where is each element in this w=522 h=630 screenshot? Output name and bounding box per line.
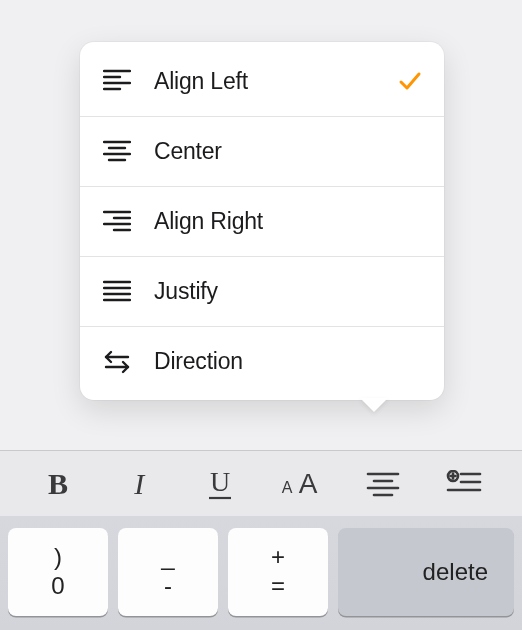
direction-icon: [100, 349, 134, 375]
align-left-icon: [100, 69, 134, 93]
italic-button[interactable]: I: [109, 454, 169, 514]
list-button[interactable]: [434, 454, 494, 514]
key-bottom: 0: [51, 572, 64, 601]
text-size-button[interactable]: A A: [272, 454, 332, 514]
underline-button[interactable]: U: [190, 454, 250, 514]
menu-label: Align Right: [134, 208, 422, 235]
menu-label: Justify: [134, 278, 422, 305]
key-bottom: =: [271, 572, 285, 601]
bold-button[interactable]: B: [28, 454, 88, 514]
key-underscore-minus[interactable]: _ -: [118, 528, 218, 616]
alignment-popover: Align Left Center Align R: [80, 42, 444, 400]
bold-icon: B: [48, 467, 68, 501]
checkmark-icon: [398, 70, 422, 92]
menu-label: Direction: [134, 348, 422, 375]
paragraph-button[interactable]: [353, 454, 413, 514]
key-top: _: [161, 543, 174, 572]
key-plus-equals[interactable]: + =: [228, 528, 328, 616]
paragraph-icon: [366, 470, 400, 498]
svg-text:A: A: [298, 468, 317, 499]
menu-label: Center: [134, 138, 422, 165]
menu-item-align-left[interactable]: Align Left: [80, 46, 444, 116]
menu-item-justify[interactable]: Justify: [80, 256, 444, 326]
delete-label: delete: [423, 558, 488, 586]
menu-item-direction[interactable]: Direction: [80, 326, 444, 396]
menu-item-align-right[interactable]: Align Right: [80, 186, 444, 256]
key-top: +: [271, 543, 285, 572]
format-toolbar: B I U A A: [0, 450, 522, 516]
key-paren-zero[interactable]: ) 0: [8, 528, 108, 616]
align-center-icon: [100, 140, 134, 164]
align-right-icon: [100, 210, 134, 234]
key-bottom: -: [164, 572, 172, 601]
svg-text:A: A: [281, 479, 292, 496]
underline-icon: U: [205, 467, 235, 501]
svg-text:U: U: [210, 467, 230, 497]
menu-item-center[interactable]: Center: [80, 116, 444, 186]
keyboard-row: ) 0 _ - + = delete: [0, 516, 522, 630]
list-add-icon: [446, 470, 482, 498]
text-size-icon: A A: [278, 467, 326, 501]
justify-icon: [100, 280, 134, 304]
key-top: ): [54, 543, 62, 572]
key-delete[interactable]: delete: [338, 528, 514, 616]
menu-label: Align Left: [134, 68, 398, 95]
italic-icon: I: [134, 467, 144, 501]
